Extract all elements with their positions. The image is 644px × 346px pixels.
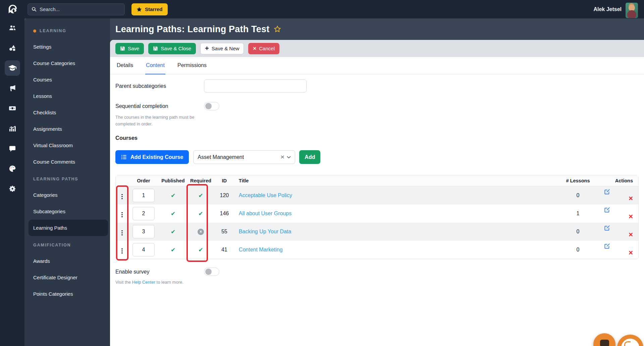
- rail-analytics-icon[interactable]: [5, 121, 20, 136]
- tab-details[interactable]: Details: [116, 57, 134, 74]
- rail-graduation-cap-icon[interactable]: [5, 60, 20, 76]
- cancel-button[interactable]: × Cancel: [248, 43, 279, 54]
- sidebar-item-categories[interactable]: Categories: [24, 187, 110, 203]
- sidebar-item-awards[interactable]: Awards: [24, 253, 110, 269]
- menu-section-label: GAMIFICATION: [33, 243, 71, 247]
- help-center-link[interactable]: Help Center: [132, 280, 155, 285]
- required-cell: ×: [187, 223, 214, 241]
- add-existing-course-button[interactable]: Add Existing Course: [115, 150, 189, 164]
- content-card: Save Save & Close + Save & New × Cancel …: [110, 40, 644, 346]
- parent-subcategories-input[interactable]: [204, 79, 307, 93]
- column-header--lessons: # Lessons: [554, 175, 601, 186]
- sidebar-item-points-categories[interactable]: Points Categories: [24, 286, 110, 302]
- order-input[interactable]: [132, 243, 155, 256]
- delete-icon[interactable]: ×: [629, 248, 633, 257]
- plus-icon: +: [205, 45, 209, 52]
- page-title: Learning Paths: Learning Path Test: [115, 24, 269, 35]
- avatar[interactable]: [626, 3, 638, 18]
- icon-rail: [0, 18, 24, 346]
- published-check-icon: ✔: [171, 228, 175, 235]
- course-link[interactable]: Content Marketing: [239, 247, 283, 252]
- sidebar-item-course-comments[interactable]: Course Comments: [24, 154, 110, 170]
- menu-section-learning: LEARNING: [24, 23, 110, 39]
- sidebar-menu: LEARNINGSettingsCourse CategoriesCourses…: [24, 18, 110, 346]
- rail-settings-icon[interactable]: [5, 181, 20, 196]
- enable-survey-toggle[interactable]: [204, 268, 219, 276]
- search-icon: [32, 7, 37, 12]
- title-cell: Backing Up Your Data: [235, 223, 554, 241]
- drag-cell: [116, 223, 128, 241]
- column-header-actions: Actions: [601, 175, 638, 186]
- sidebar-item-lessons[interactable]: Lessons: [24, 88, 110, 104]
- published-check-icon: ✔: [171, 210, 175, 217]
- order-input[interactable]: [132, 189, 155, 202]
- user-name: Alek Jetsel: [593, 6, 622, 12]
- sequential-completion-help: The courses in the learning path must be…: [115, 114, 198, 127]
- add-course-button[interactable]: Add: [299, 150, 320, 164]
- sidebar-item-course-categories[interactable]: Course Categories: [24, 55, 110, 71]
- enable-survey-row: Enable survey: [115, 268, 639, 276]
- sidebar-item-settings[interactable]: Settings: [24, 39, 110, 55]
- published-cell: ✔: [159, 223, 187, 241]
- published-cell: ✔: [159, 205, 187, 223]
- rail-users-icon[interactable]: [5, 20, 20, 36]
- delete-icon[interactable]: ×: [629, 230, 633, 239]
- published-cell: ✔: [159, 186, 187, 205]
- chevron-down-icon: [287, 156, 291, 159]
- order-input[interactable]: [132, 225, 155, 238]
- x-icon: ×: [253, 46, 256, 51]
- starred-button[interactable]: Starred: [131, 3, 168, 15]
- course-link[interactable]: Acceptable Use Policy: [239, 192, 292, 198]
- tab-permissions[interactable]: Permissions: [177, 57, 207, 74]
- actions-cell: ×: [601, 241, 638, 259]
- order-cell: [128, 205, 159, 223]
- sidebar-item-certificate-designer[interactable]: Certificate Designer: [24, 269, 110, 286]
- order-cell: [128, 223, 159, 241]
- sidebar-item-checklists[interactable]: Checklists: [24, 104, 110, 121]
- course-select[interactable]: Asset Management ×: [193, 150, 295, 164]
- chat-bubble-icon: [600, 340, 609, 346]
- sequential-completion-toggle[interactable]: [204, 102, 219, 110]
- published-cell: ✔: [159, 241, 187, 259]
- sequential-completion-label: Sequential completion: [115, 103, 204, 109]
- rail-appearance-icon[interactable]: [5, 161, 20, 176]
- drag-handle-icon[interactable]: [120, 247, 124, 255]
- actions-cell: ×: [601, 205, 638, 223]
- drag-cell: [116, 205, 128, 223]
- course-link[interactable]: All about User Groups: [239, 211, 291, 216]
- sidebar-item-subcategories[interactable]: Subcategories: [24, 203, 110, 220]
- sidebar-item-assignments[interactable]: Assignments: [24, 121, 110, 137]
- rail-messages-icon[interactable]: [5, 141, 20, 156]
- sidebar-item-courses[interactable]: Courses: [24, 71, 110, 88]
- required-cell: ✔: [187, 241, 214, 259]
- required-check-icon: ✔: [198, 210, 203, 217]
- lessons-count: 0: [554, 241, 601, 259]
- rail-payments-icon[interactable]: [5, 101, 20, 116]
- sidebar-item-learning-paths[interactable]: Learning Paths: [29, 220, 108, 236]
- save-and-close-button[interactable]: Save & Close: [148, 43, 196, 54]
- course-id: 120: [214, 186, 235, 205]
- courses-heading: Courses: [115, 135, 639, 141]
- drag-handle-icon[interactable]: [120, 211, 124, 219]
- delete-icon[interactable]: ×: [629, 212, 633, 221]
- app-logo-icon[interactable]: [7, 3, 19, 15]
- list-icon: [121, 154, 127, 160]
- save-button[interactable]: Save: [115, 43, 144, 54]
- sidebar-item-virtual-classroom[interactable]: Virtual Classroom: [24, 137, 110, 154]
- column-header-title: Title: [235, 175, 554, 186]
- star-icon: [137, 7, 142, 12]
- search-input[interactable]: [40, 6, 121, 12]
- drag-handle-icon[interactable]: [120, 193, 124, 201]
- order-input[interactable]: [132, 207, 155, 220]
- save-and-new-button[interactable]: + Save & New: [200, 43, 244, 54]
- rail-megaphone-icon[interactable]: [5, 80, 20, 96]
- drag-handle-icon[interactable]: [120, 229, 124, 237]
- delete-icon[interactable]: ×: [629, 194, 633, 203]
- favorite-star-icon[interactable]: [274, 25, 281, 33]
- rail-shapes-icon[interactable]: [5, 40, 20, 56]
- tab-content[interactable]: Content: [145, 57, 165, 74]
- course-link[interactable]: Backing Up Your Data: [239, 229, 291, 234]
- mascot-icon: [621, 339, 639, 346]
- title-cell: Acceptable Use Policy: [235, 186, 554, 205]
- clear-selection-icon[interactable]: ×: [280, 153, 287, 161]
